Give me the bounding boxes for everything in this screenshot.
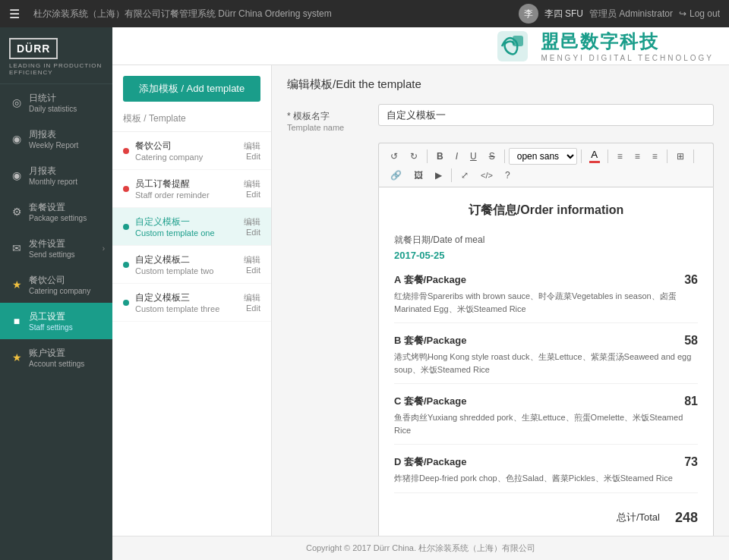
template-item-en: Catering company — [135, 153, 244, 162]
template-item-cn: 自定义模板二 — [135, 253, 244, 266]
editor-area[interactable]: 订餐信息/Order information 就餐日期/Date of meal… — [378, 187, 714, 536]
add-template-button[interactable]: 添加模板 / Add template — [123, 76, 260, 102]
avatar: 李 — [519, 4, 538, 24]
template-item-en: Staff order reminder — [135, 190, 244, 200]
main-content: 盟邑数字科技 MENGYI DIGITAL TECHNOLOGY 添加模板 / … — [112, 27, 729, 560]
sidebar-item-staff[interactable]: ■ 员工设置 Staff settings — [0, 303, 112, 339]
user-name: 李四 SFU — [544, 8, 583, 20]
package-item-d: D 套餐/Package 73 炸猪排Deep-fried pork chop、… — [394, 455, 698, 493]
template-item-cn: 员工订餐提醒 — [135, 178, 244, 190]
template-name-input[interactable] — [378, 104, 714, 126]
template-edit-button[interactable]: 编辑 Edit — [244, 216, 260, 237]
package-name: C 套餐/Package — [394, 395, 466, 408]
total-label: 总计/Total — [617, 511, 660, 524]
send-icon: ✉ — [11, 242, 23, 254]
template-edit-button[interactable]: 编辑 Edit — [244, 178, 260, 199]
toolbar-separator — [451, 168, 452, 182]
toolbar-separator — [667, 149, 667, 163]
template-item-en: Custom template one — [135, 228, 244, 238]
template-item-cn: 自定义模板三 — [135, 291, 244, 304]
menu-icon[interactable]: ☰ — [9, 7, 20, 21]
editor-title: 订餐信息/Order information — [394, 203, 698, 219]
help-button[interactable]: ? — [500, 167, 516, 184]
template-item-custom1[interactable]: 自定义模板一 Custom template one 编辑 Edit — [112, 208, 271, 246]
edit-panel: 编辑模板/Edit the template * 模板名字 Template n… — [272, 65, 729, 536]
table-button[interactable]: ⊞ — [671, 148, 690, 165]
account-star-icon: ★ — [11, 351, 23, 363]
template-edit-button[interactable]: 编辑 Edit — [244, 254, 260, 275]
brand-logo: 盟邑数字科技 MENGYI DIGITAL TECHNOLOGY — [494, 27, 714, 65]
redo-button[interactable]: ↻ — [405, 148, 423, 165]
template-edit-button[interactable]: 编辑 Edit — [244, 140, 260, 161]
sidebar-logo: DÜRR LEADING IN PRODUCTION EFFICIENCY — [0, 27, 112, 84]
align-button[interactable]: ≡ — [647, 148, 663, 165]
link-button[interactable]: 🔗 — [385, 167, 407, 184]
template-name-label: * 模板名字 Template name — [287, 104, 378, 132]
toolbar-separator — [608, 149, 608, 163]
chevron-right-icon: › — [103, 244, 105, 253]
template-item-cn: 餐饮公司 — [135, 140, 244, 153]
template-item-en: Custom template three — [135, 304, 244, 313]
sidebar-item-weekly[interactable]: ◉ 周报表 Weekly Report — [0, 121, 112, 157]
stats-icon: ◎ — [11, 96, 23, 109]
main-layout: DÜRR LEADING IN PRODUCTION EFFICIENCY ◎ … — [0, 27, 729, 560]
logo-sub: LEADING IN PRODUCTION EFFICIENCY — [9, 62, 103, 76]
underline-button[interactable]: U — [465, 148, 482, 165]
package-desc: 炸猪排Deep-fried pork chop、色拉Salad、酱菜Pickle… — [394, 472, 698, 485]
sidebar-item-monthly[interactable]: ◉ 月报表 Monthly report — [0, 157, 112, 193]
package-name: B 套餐/Package — [394, 334, 466, 348]
template-item-custom2[interactable]: 自定义模板二 Custom template two 编辑 Edit — [112, 246, 271, 284]
font-color-button[interactable]: A — [585, 146, 604, 165]
logout-button[interactable]: ↪ Log out — [679, 8, 720, 19]
italic-button[interactable]: I — [450, 148, 463, 165]
template-dot — [123, 224, 129, 230]
sidebar-item-catering[interactable]: ★ 餐饮公司 Catering company — [0, 266, 112, 303]
sidebar-item-send[interactable]: ✉ 发件设置 Send settings › — [0, 230, 112, 266]
code-button[interactable]: </> — [475, 168, 498, 183]
template-panel: 添加模板 / Add template 模板 / Template 餐饮公司 C… — [112, 65, 272, 536]
color-indicator — [589, 161, 600, 163]
sidebar-item-account[interactable]: ★ 账户设置 Account settings — [0, 339, 112, 376]
meal-date-label: 就餐日期/Date of meal — [394, 234, 698, 247]
package-name: A 套餐/Package — [394, 273, 466, 287]
svg-rect-1 — [513, 36, 523, 46]
template-item-staff-reminder[interactable]: 员工订餐提醒 Staff order reminder 编辑 Edit — [112, 170, 271, 208]
page-header: 盟邑数字科技 MENGYI DIGITAL TECHNOLOGY — [112, 27, 729, 65]
sys-title: 杜尔涂装系统（上海）有限公司订餐管理系统 Dürr China Ordering… — [33, 8, 511, 20]
total-value: 248 — [675, 510, 698, 526]
template-item-en: Custom template two — [135, 266, 244, 275]
template-dot — [123, 148, 129, 154]
brand-cn-name: 盟邑数字科技 — [541, 30, 714, 54]
strikethrough-button[interactable]: S — [484, 148, 500, 165]
toolbar-separator — [504, 149, 505, 163]
package-item-a: A 套餐/Package 36 红烧排骨Spareribs with brown… — [394, 273, 698, 323]
fullscreen-button[interactable]: ⤢ — [456, 167, 474, 184]
list-unordered-button[interactable]: ≡ — [612, 148, 628, 165]
footer-text: Copyright © 2017 Dürr China. 杜尔涂装系统（上海）有… — [306, 543, 535, 552]
package-icon: ⚙ — [11, 206, 23, 218]
brand-icon — [494, 27, 532, 65]
font-select[interactable]: open sans — [509, 148, 577, 165]
undo-button[interactable]: ↺ — [385, 148, 403, 165]
total-row: 总计/Total 248 — [394, 504, 698, 526]
footer: Copyright © 2017 Dürr China. 杜尔涂装系统（上海）有… — [112, 536, 729, 560]
toolbar-separator — [581, 149, 582, 163]
package-count: 81 — [684, 395, 698, 408]
package-desc: 港式烤鸭Hong Kong style roast duck、生菜Lettuce… — [394, 351, 698, 376]
sidebar-item-daily[interactable]: ◎ 日统计 Daily statistics — [0, 84, 112, 121]
package-desc: 红烧排骨Spareribs with brown sauce、时令蔬菜Veget… — [394, 290, 698, 315]
package-item-b: B 套餐/Package 58 港式烤鸭Hong Kong style roas… — [394, 334, 698, 384]
list-ordered-button[interactable]: ≡ — [630, 148, 645, 165]
content-area: 添加模板 / Add template 模板 / Template 餐饮公司 C… — [112, 65, 729, 536]
template-dot — [123, 186, 129, 192]
bold-button[interactable]: B — [431, 148, 449, 165]
template-edit-button[interactable]: 编辑 Edit — [244, 292, 260, 313]
meal-date-value: 2017-05-25 — [394, 250, 698, 261]
image-button[interactable]: 🖼 — [409, 167, 428, 184]
package-count: 58 — [684, 334, 698, 348]
template-item-catering[interactable]: 餐饮公司 Catering company 编辑 Edit — [112, 132, 271, 170]
template-list: 餐饮公司 Catering company 编辑 Edit 员工订餐提醒 Sta… — [112, 132, 271, 536]
template-item-custom3[interactable]: 自定义模板三 Custom template three 编辑 Edit — [112, 284, 271, 322]
media-button[interactable]: ▶ — [430, 167, 447, 184]
sidebar-item-package[interactable]: ⚙ 套餐设置 Package settings — [0, 193, 112, 230]
